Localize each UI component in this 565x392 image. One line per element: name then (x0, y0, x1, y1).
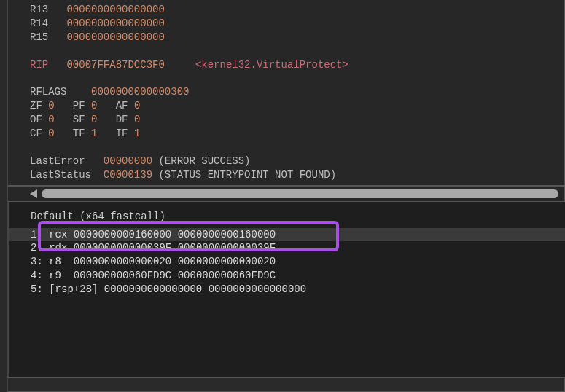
flag-label: OF (30, 114, 42, 125)
blank-line (30, 71, 564, 85)
register-value: 0000000000000000 (66, 31, 164, 43)
register-row-rip[interactable]: RIP 00007FFA87DCC3F0 <kernel32.VirtualPr… (30, 58, 564, 72)
register-row-r13[interactable]: R13 0000000000000000 (30, 3, 564, 17)
register-label: R14 (30, 17, 48, 29)
register-label: RFLAGS (30, 86, 66, 98)
arg-value-2: 0000000000000020 (178, 256, 276, 267)
status-name: (ERROR_SUCCESS) (158, 155, 250, 167)
flags-row-3[interactable]: CF 0 TF 1 IF 1 (30, 127, 564, 141)
flag-label: IF (116, 128, 128, 139)
arg-index: 3: (31, 256, 43, 267)
flag-label: ZF (30, 100, 42, 111)
status-code: 00000000 (104, 155, 152, 167)
argument-row-5[interactable]: 5: [rsp+28] 0000000000000000 00000000000… (9, 283, 565, 297)
register-value: 0000000000000000 (66, 4, 164, 15)
flag-value: 0 (134, 100, 140, 111)
arg-index: 5: (31, 283, 43, 295)
last-status-row[interactable]: LastStatus C0000139 (STATUS_ENTRYPOINT_N… (30, 168, 564, 182)
blank-line (30, 44, 564, 58)
scroll-left-icon[interactable] (30, 189, 37, 198)
flag-value: 1 (91, 128, 97, 139)
flag-value: 0 (91, 100, 97, 111)
arg-value-2: 000000000060FD9C (178, 270, 276, 281)
arg-value-1: 0000000000000020 (74, 256, 171, 267)
last-error-row[interactable]: LastError 00000000 (ERROR_SUCCESS) (30, 154, 564, 168)
arg-value-1: 000000000000039F (74, 242, 171, 254)
arg-value-1: 000000000060FD9C (74, 270, 171, 281)
calling-convention-label[interactable]: Default (x64 fastcall) (9, 211, 565, 228)
argument-row-4[interactable]: 4: r9 000000000060FD9C 000000000060FD9C (9, 269, 565, 283)
register-value: 0000000000000000 (66, 17, 164, 29)
register-value: 0000000000000300 (91, 86, 189, 98)
argument-row-3[interactable]: 3: r8 0000000000000020 0000000000000020 (9, 255, 565, 269)
flag-value: 1 (134, 128, 140, 139)
flag-label: AF (116, 100, 128, 111)
register-label: R15 (30, 31, 48, 43)
status-code: C0000139 (104, 169, 152, 181)
arg-value-1: 0000000000160000 (74, 229, 171, 240)
arg-index: 1: (31, 229, 43, 240)
status-name: (STATUS_ENTRYPOINT_NOT_FOUND) (158, 169, 336, 181)
arg-register: r9 (49, 270, 61, 281)
arg-value-1: 0000000000000000 (104, 283, 202, 295)
flag-value: 0 (134, 114, 140, 125)
flags-row-1[interactable]: ZF 0 PF 0 AF 0 (30, 99, 564, 113)
arg-register: rdx (49, 242, 67, 254)
argument-row-1[interactable]: 1: rcx 0000000000160000 0000000000160000 (9, 228, 565, 242)
flag-value: 0 (48, 114, 54, 125)
status-label: LastStatus (30, 169, 91, 181)
flag-label: CF (30, 128, 42, 139)
arg-index: 4: (31, 270, 43, 281)
register-label: R13 (30, 4, 48, 15)
flag-label: PF (73, 100, 85, 111)
argument-row-2[interactable]: 2: rdx 000000000000039F 000000000000039F (9, 241, 565, 255)
bottom-bar (8, 377, 565, 392)
flag-value: 0 (48, 100, 54, 111)
arg-value-2: 0000000000160000 (178, 229, 276, 240)
flag-label: SF (73, 114, 85, 125)
arg-value-2: 000000000000039F (178, 242, 276, 254)
vertical-gutter (0, 0, 8, 392)
arg-register: [rsp+28] (49, 283, 98, 295)
register-row-rflags[interactable]: RFLAGS 0000000000000300 (30, 85, 564, 99)
arg-index: 2: (31, 242, 43, 254)
symbol-label: <kernel32.VirtualProtect> (195, 59, 348, 71)
arguments-panel: Default (x64 fastcall) 1: rcx 0000000000… (8, 202, 565, 377)
register-row-r15[interactable]: R15 0000000000000000 (30, 31, 564, 44)
registers-panel: R13 0000000000000000 R14 000000000000000… (8, 0, 565, 186)
flag-label: DF (116, 114, 128, 125)
register-label: RIP (30, 59, 48, 71)
arg-register: r8 (49, 256, 61, 267)
scroll-track[interactable] (42, 189, 558, 198)
flags-row-2[interactable]: OF 0 SF 0 DF 0 (30, 113, 564, 127)
flag-label: TF (73, 128, 85, 139)
flag-value: 0 (48, 128, 54, 139)
register-row-r14[interactable]: R14 0000000000000000 (30, 17, 564, 31)
status-label: LastError (30, 155, 85, 167)
flag-value: 0 (91, 114, 97, 125)
horizontal-scrollbar[interactable] (8, 186, 565, 202)
blank-line (30, 141, 564, 154)
arg-value-2: 0000000000000000 (209, 283, 306, 295)
arg-register: rcx (49, 229, 67, 240)
register-value: 00007FFA87DCC3F0 (66, 59, 164, 71)
